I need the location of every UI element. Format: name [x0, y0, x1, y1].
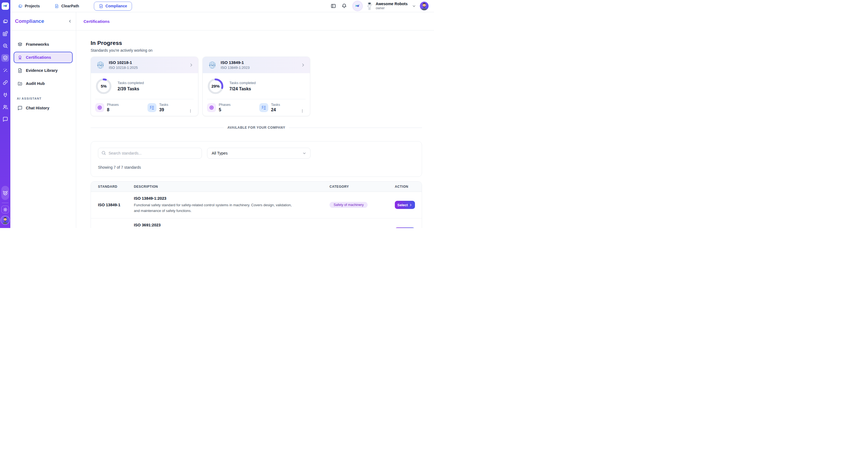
- breadcrumb-certifications[interactable]: Certifications: [84, 19, 110, 24]
- rail-wand-sparkles-icon[interactable]: [1, 66, 9, 74]
- card-menu-kebab-icon[interactable]: [299, 108, 306, 114]
- bullseye-icon: [207, 103, 216, 112]
- available-section-label: AVAILABLE FOR YOUR COMPANY: [227, 126, 285, 129]
- column-header-description: DESCRIPTION: [134, 185, 330, 188]
- chevron-right-icon[interactable]: [301, 63, 306, 67]
- results-summary: Showing 7 of 7 standards: [98, 165, 415, 170]
- row-category-cell: Safety of machinery: [330, 202, 395, 208]
- tab-compliance[interactable]: Compliance: [94, 2, 132, 10]
- phases-stat: Phases 5: [207, 103, 259, 112]
- tasks-text: Tasks 39: [159, 103, 168, 112]
- compliance-file-check-icon: [99, 4, 103, 8]
- tab-projects[interactable]: Projects: [18, 4, 40, 8]
- standard-version: ISO 10218-1:2025: [109, 66, 186, 70]
- sidebar-item-chat-history[interactable]: Chat History: [13, 102, 73, 114]
- type-filter-dropdown[interactable]: All Types: [207, 148, 310, 159]
- sidebar-item-evidence-library[interactable]: Evidence Library: [13, 65, 73, 76]
- svg-text:ISO: ISO: [209, 63, 216, 67]
- org-name: Awesome Robots: [376, 2, 408, 6]
- phases-text: Phases 5: [219, 103, 230, 112]
- org-name-block: Awesome Robots owner: [376, 2, 408, 10]
- tasks-completed-label: Tasks completed: [229, 81, 256, 85]
- content-area: In Progress Standards you're actively wo…: [76, 30, 434, 228]
- sidebar-item-label: Chat History: [26, 106, 49, 110]
- rail-users-icon[interactable]: [1, 103, 9, 111]
- rail-blocks-icon[interactable]: [1, 30, 9, 37]
- rail-link-icon[interactable]: [1, 79, 9, 86]
- in-progress-cards: ISO ISO 10218-1 ISO 10218-1:2025: [91, 57, 422, 116]
- ai-assistant-button[interactable]: [352, 1, 363, 11]
- theme-sun-icon[interactable]: [1, 206, 9, 213]
- layers-icon: [18, 42, 23, 47]
- rail-divider: [2, 203, 8, 203]
- projects-folder-icon: [18, 4, 23, 8]
- rail-bottom-group: [1, 186, 9, 224]
- bullseye-icon: [95, 103, 104, 112]
- compliance-sidebar: Compliance Frameworks Certifications: [10, 0, 76, 228]
- folder-check-icon: [18, 81, 23, 86]
- tab-clearpath[interactable]: ClearPath: [55, 4, 79, 8]
- main-content: Certifications In Progress Standards you…: [76, 12, 434, 228]
- rail-alarm-check-icon[interactable]: [1, 186, 9, 200]
- select-button[interactable]: Select: [395, 201, 415, 209]
- row-action-cell: Select: [395, 201, 415, 209]
- org-switcher[interactable]: Awesome Robots owner: [366, 2, 416, 10]
- tasks-completed-block: Tasks completed 2/39 Tasks: [118, 81, 144, 91]
- card-title-block: ISO 13849-1 ISO 13849-1:2023: [221, 60, 298, 70]
- tasks-stat: Tasks 39: [148, 103, 187, 112]
- top-navbar: Projects ClearPath Compliance: [10, 0, 434, 12]
- standard-card-iso-13849-1[interactable]: ISO ISO 13849-1 ISO 13849-1:2023: [203, 57, 310, 116]
- chevron-right-icon[interactable]: [189, 63, 194, 67]
- sidebar-collapse-button[interactable]: [68, 19, 72, 23]
- search-icon: [101, 150, 106, 156]
- sidebar-ai-nav: Chat History: [10, 102, 76, 114]
- sidebar-item-label: Frameworks: [26, 42, 49, 47]
- notifications-bell-icon[interactable]: [340, 2, 348, 10]
- card-progress-section: 5% Tasks completed 2/39 Tasks: [91, 73, 198, 99]
- tasks-label: Tasks: [271, 103, 280, 107]
- sidebar-item-frameworks[interactable]: Frameworks: [13, 39, 73, 50]
- app-logo[interactable]: [2, 2, 9, 10]
- tab-clearpath-label: ClearPath: [61, 4, 79, 8]
- robot-mascot-image: [366, 2, 373, 10]
- tasks-stat: Tasks 24: [259, 103, 299, 112]
- sidebar-item-label: Audit Hub: [26, 81, 44, 86]
- org-role: owner: [376, 6, 408, 10]
- tasks-completed-label: Tasks completed: [118, 81, 144, 85]
- product-tabs: Projects ClearPath Compliance: [18, 2, 132, 10]
- phases-value: 5: [219, 108, 230, 112]
- search-input[interactable]: [98, 148, 202, 159]
- rail-plug-icon[interactable]: [1, 91, 9, 98]
- clearpath-file-icon: [55, 4, 59, 8]
- page-title: In Progress: [91, 40, 422, 46]
- rail-projects-folders-icon[interactable]: [1, 18, 9, 25]
- sidebar-section-label: AI ASSISTANT: [13, 97, 73, 100]
- filter-row: All Types: [98, 148, 415, 159]
- sidebar-item-certifications[interactable]: Certifications: [13, 52, 73, 63]
- chat-bubble-icon: [18, 105, 23, 111]
- rail-shield-check-icon[interactable]: [1, 54, 9, 62]
- select-button-label: Select: [397, 203, 408, 207]
- card-title-block: ISO 10218-1 ISO 10218-1:2025: [109, 60, 186, 70]
- phases-text: Phases 8: [107, 103, 119, 112]
- select-button[interactable]: Select: [395, 227, 415, 228]
- panel-toggle-icon[interactable]: [329, 2, 338, 10]
- rail-nav: [1, 18, 9, 123]
- iso-logo: ISO: [207, 60, 217, 70]
- sidebar-item-audit-hub[interactable]: Audit Hub: [13, 78, 73, 89]
- rail-search-check-icon[interactable]: [1, 42, 9, 50]
- standard-card-iso-10218-1[interactable]: ISO ISO 10218-1 ISO 10218-1:2025: [91, 57, 198, 116]
- filters-card: All Types Showing 7 of 7 standards: [91, 141, 422, 177]
- card-menu-kebab-icon[interactable]: [187, 108, 194, 114]
- user-avatar[interactable]: [420, 2, 429, 10]
- type-filter-value: All Types: [212, 151, 228, 155]
- tasks-completed-block: Tasks completed 7/24 Tasks: [229, 81, 256, 91]
- sidebar-item-label: Evidence Library: [26, 68, 58, 73]
- sparkle-x-logo-icon: [3, 3, 8, 9]
- sidebar-title: Compliance: [15, 18, 44, 24]
- rail-user-avatar[interactable]: [1, 216, 9, 224]
- row-description-block: ISO 3691:2023 Safety requirements and ve…: [134, 223, 330, 228]
- category-badge: Safety of machinery: [330, 202, 368, 208]
- rail-chat-icon[interactable]: [1, 115, 9, 123]
- checklist-icon: [259, 103, 268, 112]
